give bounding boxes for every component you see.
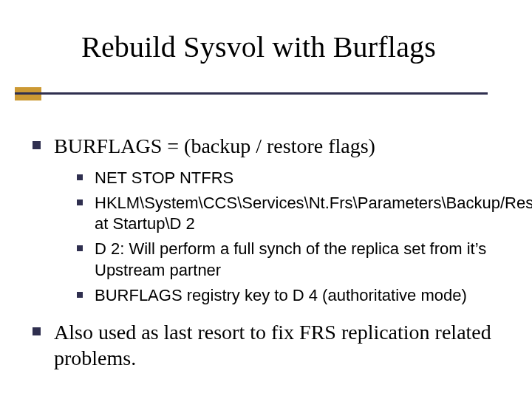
bullet-level2: NET STOP NTFRS: [77, 168, 504, 188]
bullet-text: Also used as last resort to fix FRS repl…: [54, 319, 504, 371]
slide: Rebuild Sysvol with Burflags BURFLAGS = …: [0, 0, 532, 399]
square-bullet-icon: [33, 327, 41, 335]
bullet-text: BURFLAGS registry key to D 4 (authoritat…: [95, 285, 467, 306]
square-bullet-icon: [77, 200, 83, 205]
bullet-level1: BURFLAGS = (backup / restore flags): [33, 133, 504, 159]
slide-body: BURFLAGS = (backup / restore flags) NET …: [33, 133, 504, 380]
title-area: Rebuild Sysvol with Burflags: [81, 30, 436, 64]
sub-bullet-group: NET STOP NTFRS HKLM\System\CCS\Services\…: [77, 168, 504, 306]
bullet-level2: BURFLAGS registry key to D 4 (authoritat…: [77, 285, 504, 306]
bullet-text: NET STOP NTFRS: [95, 168, 233, 188]
bullet-text: BURFLAGS = (backup / restore flags): [54, 133, 375, 159]
square-bullet-icon: [77, 245, 83, 251]
bullet-level1: Also used as last resort to fix FRS repl…: [33, 319, 504, 371]
bullet-level2: HKLM\System\CCS\Services\Nt.Frs\Paramete…: [77, 193, 504, 234]
bullet-level2: D 2: Will perform a full synch of the re…: [77, 239, 504, 280]
bullet-text: HKLM\System\CCS\Services\Nt.Frs\Paramete…: [95, 193, 532, 234]
bullet-text: D 2: Will perform a full synch of the re…: [95, 239, 504, 280]
square-bullet-icon: [77, 174, 83, 180]
square-bullet-icon: [33, 141, 41, 149]
title-underline: [15, 92, 488, 95]
slide-title: Rebuild Sysvol with Burflags: [81, 30, 436, 64]
square-bullet-icon: [77, 292, 83, 298]
